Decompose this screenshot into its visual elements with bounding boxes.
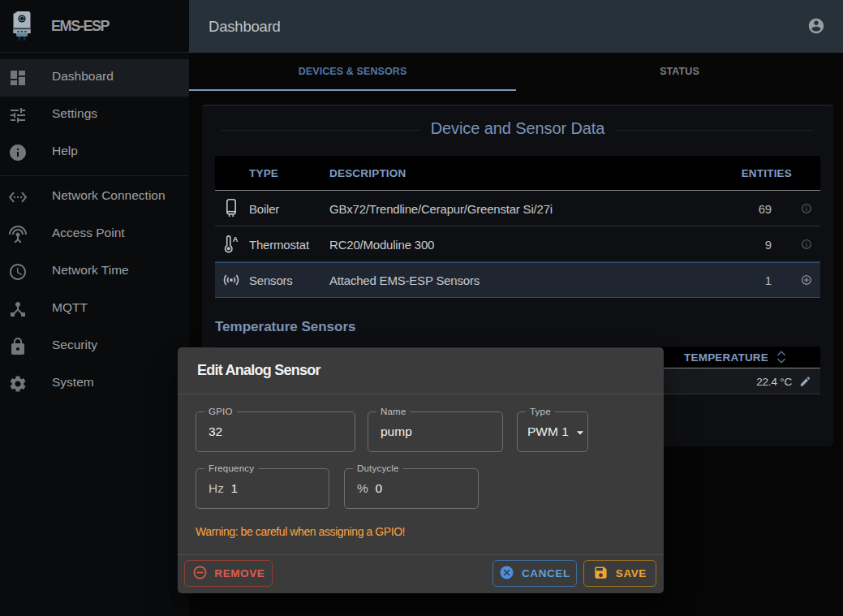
svg-text:A: A: [233, 235, 239, 243]
